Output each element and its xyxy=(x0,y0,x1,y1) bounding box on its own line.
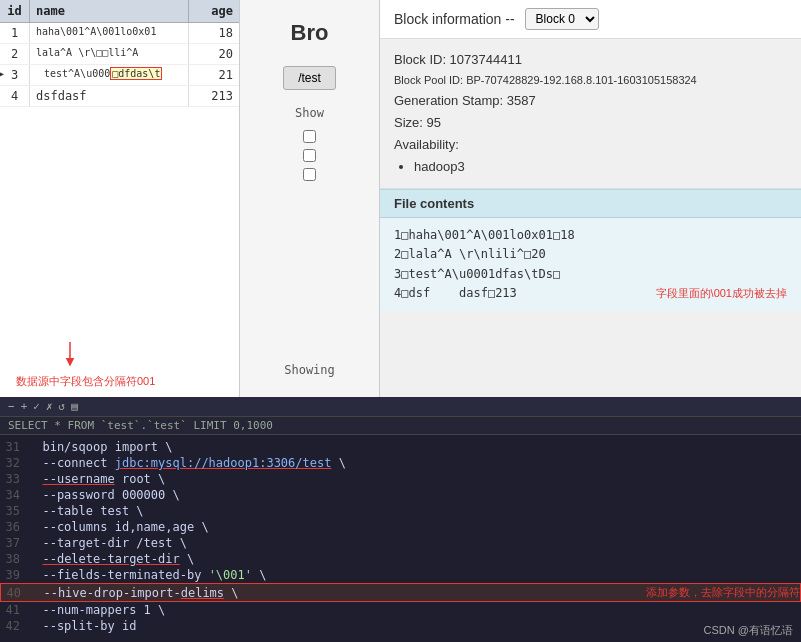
sql-query-bar: SELECT * FROM `test`.`test` LIMIT 0,1000 xyxy=(0,417,801,435)
block-select[interactable]: Block 0 xyxy=(525,8,599,30)
test-button[interactable]: /test xyxy=(283,66,336,90)
header-age: age xyxy=(189,0,239,22)
sql-line-38: 38 --delete-target-dir \ xyxy=(0,551,801,567)
sql-line-34: 34 --password 000000 \ xyxy=(0,487,801,503)
file-contents-section: File contents 1□haha\001^A\001lo0x01□18 … xyxy=(380,189,801,311)
file-annotation: 字段里面的\001成功被去掉 xyxy=(656,285,787,303)
arrow-icon xyxy=(50,342,110,372)
middle-panel: Bro /test Show Showing xyxy=(240,0,380,397)
sql-editor-panel: − + ✓ ✗ ↺ ▤ SELECT * FROM `test`.`test` … xyxy=(0,397,801,642)
cell-id: 4 xyxy=(0,86,30,106)
sql-line-42: 42 --split-by id xyxy=(0,618,801,634)
left-table-panel: id name age 1 haha\001^A\001lo0x01 18 2 … xyxy=(0,0,240,397)
checkbox-row[interactable] xyxy=(303,130,316,143)
file-line-1: 1□haha\001^A\001lo0x01□18 xyxy=(394,226,636,245)
cell-age: 21 xyxy=(189,65,239,85)
header-name: name xyxy=(30,0,189,22)
sql-line-32: 32 --connect jdbc:mysql://hadoop1:3306/t… xyxy=(0,455,801,471)
checkbox-group xyxy=(303,130,316,181)
generation-stamp: Generation Stamp: 3587 xyxy=(394,90,787,112)
availability-list: hadoop3 xyxy=(414,156,787,178)
table-row[interactable]: 3 test^A\u000□dfdas\t 21 xyxy=(0,65,239,86)
sql-line-35: 35 --table test \ xyxy=(0,503,801,519)
cell-age: 20 xyxy=(189,44,239,64)
cell-name: dsfdasf xyxy=(30,86,189,106)
header-id: id xyxy=(0,0,30,22)
availability-label: Availability: xyxy=(394,134,787,156)
sql-line-31: 31 bin/sqoop import \ xyxy=(0,439,801,455)
middle-title: Bro xyxy=(291,20,329,46)
top-section: Block information -- Block 0 Block ID: 1… xyxy=(380,0,801,397)
checkbox-1[interactable] xyxy=(303,130,316,143)
table-body: 1 haha\001^A\001lo0x01 18 2 lala^A \r\□□… xyxy=(0,23,239,360)
file-contents-title: File contents xyxy=(380,190,801,218)
availability-item: hadoop3 xyxy=(414,156,787,178)
block-details: Block ID: 1073744411 Block Pool ID: BP-7… xyxy=(380,39,801,189)
cell-name: test^A\u000□dfdas\t xyxy=(30,65,189,85)
cell-id: 2 xyxy=(0,44,30,64)
checkbox-row[interactable] xyxy=(303,149,316,162)
toolbar-check[interactable]: ✓ xyxy=(33,400,40,413)
sql-line-36: 36 --columns id,name,age \ xyxy=(0,519,801,535)
sql-line-41: 41 --num-mappers 1 \ xyxy=(0,602,801,618)
block-id: Block ID: 1073744411 xyxy=(394,49,787,71)
file-contents-body: 1□haha\001^A\001lo0x01□18 2□lala^A \r\nl… xyxy=(380,218,801,311)
block-info-title: Block information -- xyxy=(394,11,515,27)
block-info-header: Block information -- Block 0 xyxy=(380,0,801,39)
sql-line-37: 37 --target-dir /test \ xyxy=(0,535,801,551)
toolbar-refresh[interactable]: ↺ xyxy=(59,400,66,413)
table-row[interactable]: 2 lala^A \r\□□lli^A 20 xyxy=(0,44,239,65)
sql-line-39: 39 --fields-terminated-by '\001' \ xyxy=(0,567,801,583)
sql-line-40: 40 --hive-drop-import-delims \ 添加参数，去除字段… xyxy=(0,583,801,602)
toolbar-x[interactable]: ✗ xyxy=(46,400,53,413)
sql-line-33: 33 --username root \ xyxy=(0,471,801,487)
line-40-annotation: 添加参数，去除字段中的分隔符 xyxy=(646,585,800,600)
right-panel: Block information -- Block 0 Block ID: 1… xyxy=(380,0,801,397)
cell-id: 3 xyxy=(0,65,30,85)
table-row[interactable]: 4 dsfdasf 213 xyxy=(0,86,239,107)
cell-id: 1 xyxy=(0,23,30,43)
file-line-4: 4□dsf dasf□213 xyxy=(394,284,636,303)
file-line-3: 3□test^A\u0001dfas\tDs□ xyxy=(394,265,636,284)
watermark: CSDN @有语忆语 xyxy=(704,623,793,638)
table-header: id name age xyxy=(0,0,239,23)
file-line-2: 2□lala^A \r\nlili^□20 xyxy=(394,245,636,264)
table-row[interactable]: 1 haha\001^A\001lo0x01 18 xyxy=(0,23,239,44)
block-pool-id: Block Pool ID: BP-707428829-192.168.8.10… xyxy=(394,71,787,90)
cell-name: lala^A \r\□□lli^A xyxy=(30,44,189,64)
cell-name: haha\001^A\001lo0x01 xyxy=(30,23,189,43)
checkbox-row[interactable] xyxy=(303,168,316,181)
toolbar-minus[interactable]: − xyxy=(8,400,15,413)
showing-text: Showing xyxy=(284,363,335,377)
sql-toolbar: − + ✓ ✗ ↺ ▤ xyxy=(0,397,801,417)
cell-age: 18 xyxy=(189,23,239,43)
show-label: Show xyxy=(295,106,324,120)
checkbox-3[interactable] xyxy=(303,168,316,181)
block-size: Size: 95 xyxy=(394,112,787,134)
checkbox-2[interactable] xyxy=(303,149,316,162)
table-annotation: 数据源中字段包含分隔符001 xyxy=(8,370,231,393)
file-contents-text: 1□haha\001^A\001lo0x01□18 2□lala^A \r\nl… xyxy=(394,226,636,303)
toolbar-plus[interactable]: + xyxy=(21,400,28,413)
cell-age: 213 xyxy=(189,86,239,106)
toolbar-filter[interactable]: ▤ xyxy=(71,400,78,413)
sql-lines: 31 bin/sqoop import \ 32 --connect jdbc:… xyxy=(0,435,801,638)
